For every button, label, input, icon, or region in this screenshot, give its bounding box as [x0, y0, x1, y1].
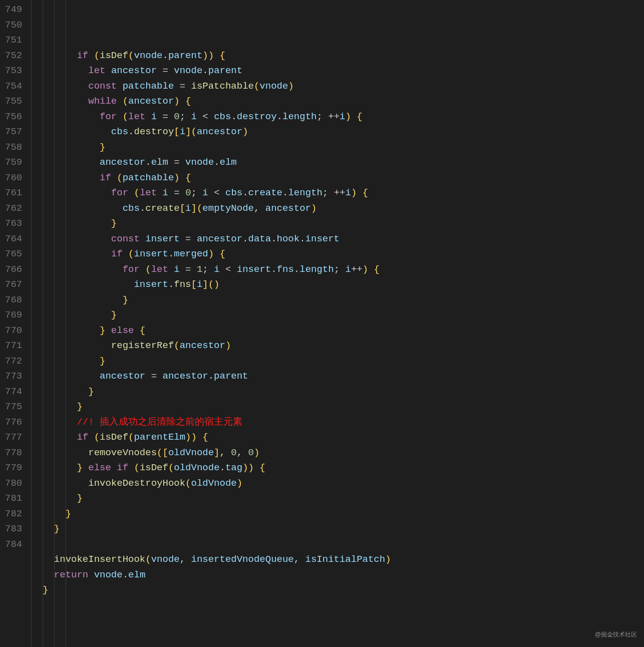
code-editor[interactable]: 7497507517527537547557567577587597607617…	[0, 0, 644, 647]
code-line[interactable]: if (patchable) {	[31, 170, 644, 186]
line-number: 750	[5, 18, 22, 33]
code-line[interactable]: invokeDestroyHook(oldVnode)	[31, 476, 644, 491]
line-number: 759	[5, 155, 22, 170]
line-number: 778	[5, 445, 22, 461]
line-number: 758	[5, 140, 22, 155]
line-number: 772	[5, 354, 22, 369]
line-number: 754	[5, 79, 22, 94]
line-number: 770	[5, 323, 22, 339]
line-number: 769	[5, 307, 22, 323]
line-number: 773	[5, 369, 22, 384]
code-line[interactable]: for (let i = 0; i < cbs.create.length; +…	[31, 185, 644, 201]
line-number: 751	[5, 33, 22, 48]
code-line[interactable]: return vnode.elm	[31, 567, 644, 583]
line-number: 768	[5, 292, 22, 308]
code-line[interactable]: for (let i = 1; i < insert.fns.length; i…	[31, 262, 644, 277]
code-line[interactable]: registerRef(ancestor)	[31, 338, 644, 354]
code-line[interactable]: let ancestor = vnode.parent	[31, 63, 644, 79]
line-number: 779	[5, 460, 22, 476]
code-line[interactable]: } else {	[31, 323, 644, 339]
code-line[interactable]: }	[31, 140, 644, 155]
line-number: 776	[5, 415, 22, 430]
line-number: 749	[5, 2, 22, 18]
line-number: 762	[5, 201, 22, 216]
code-line[interactable]: invokeInsertHook(vnode, insertedVnodeQue…	[31, 552, 644, 567]
line-number: 775	[5, 399, 22, 415]
code-area[interactable]: if (isDef(vnode.parent)) { let ancestor …	[31, 0, 644, 647]
code-line[interactable]: }	[31, 399, 644, 415]
line-number: 782	[5, 506, 22, 522]
code-line[interactable]: }	[31, 292, 644, 308]
line-number: 774	[5, 384, 22, 400]
code-line[interactable]: removeVnodes([oldVnode], 0, 0)	[31, 445, 644, 461]
line-number: 763	[5, 216, 22, 231]
code-line[interactable]: }	[31, 216, 644, 231]
line-number: 780	[5, 476, 22, 491]
code-line[interactable]: }	[31, 354, 644, 369]
line-number-gutter: 7497507517527537547557567577587597607617…	[0, 0, 31, 647]
code-line[interactable]: if (isDef(vnode.parent)) {	[31, 48, 644, 64]
line-number: 752	[5, 48, 22, 64]
code-line[interactable]: const insert = ancestor.data.hook.insert	[31, 231, 644, 247]
line-number: 757	[5, 124, 22, 140]
line-number: 764	[5, 231, 22, 247]
line-number: 771	[5, 338, 22, 354]
line-number: 777	[5, 430, 22, 445]
code-line[interactable]: if (isDef(parentElm)) {	[31, 430, 644, 445]
line-number: 781	[5, 491, 22, 506]
code-line[interactable]: if (insert.merged) {	[31, 246, 644, 262]
code-line[interactable]: }	[31, 384, 644, 400]
line-number: 766	[5, 262, 22, 277]
code-line[interactable]: cbs.destroy[i](ancestor)	[31, 124, 644, 140]
code-line[interactable]: cbs.create[i](emptyNode, ancestor)	[31, 201, 644, 216]
line-number: 783	[5, 521, 22, 537]
line-number: 755	[5, 94, 22, 109]
code-line[interactable]: }	[31, 491, 644, 506]
line-number: 765	[5, 246, 22, 262]
line-number: 784	[5, 537, 22, 552]
code-line[interactable]: }	[31, 582, 644, 598]
code-line[interactable]: const patchable = isPatchable(vnode)	[31, 79, 644, 94]
code-line[interactable]: //! 插入成功之后清除之前的宿主元素	[31, 415, 644, 430]
code-line[interactable]: } else if (isDef(oldVnode.tag)) {	[31, 460, 644, 476]
line-number: 760	[5, 170, 22, 186]
code-line[interactable]	[31, 537, 644, 552]
code-line[interactable]: insert.fns[i]()	[31, 277, 644, 292]
line-number: 767	[5, 277, 22, 292]
line-number: 756	[5, 109, 22, 125]
watermark-text: @掘金技术社区	[595, 627, 637, 642]
code-line[interactable]: ancestor = ancestor.parent	[31, 369, 644, 384]
code-line[interactable]: while (ancestor) {	[31, 94, 644, 109]
line-number: 761	[5, 185, 22, 201]
code-line[interactable]: ancestor.elm = vnode.elm	[31, 155, 644, 170]
code-line[interactable]: }	[31, 521, 644, 537]
code-line[interactable]: }	[31, 506, 644, 522]
code-line[interactable]: for (let i = 0; i < cbs.destroy.length; …	[31, 109, 644, 125]
line-number: 753	[5, 63, 22, 79]
code-line[interactable]: }	[31, 307, 644, 323]
